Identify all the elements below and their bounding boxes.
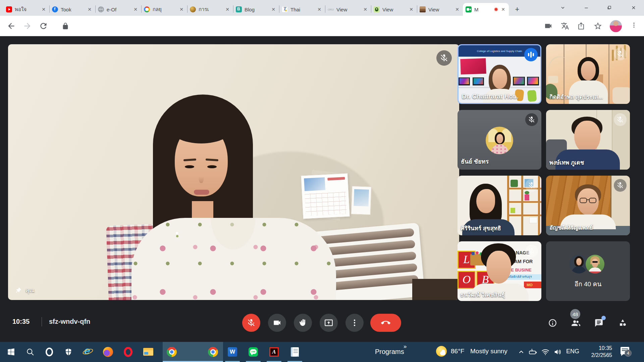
participants-button[interactable] bbox=[571, 318, 580, 327]
taskbar-search-button[interactable] bbox=[20, 342, 40, 362]
start-button[interactable] bbox=[1, 342, 21, 362]
mic-toggle-button[interactable] bbox=[242, 314, 260, 332]
internet-explorer-button[interactable]: e bbox=[78, 342, 98, 362]
participant-tile-sirarin[interactable]: ศิริรินทร์ สุขสุทธิ bbox=[458, 176, 541, 235]
tab-youtube[interactable]: พอใจ ✕ bbox=[3, 3, 49, 16]
monitor-screen bbox=[474, 78, 483, 84]
raise-hand-button[interactable] bbox=[294, 314, 312, 332]
cortana-icon bbox=[46, 348, 53, 356]
meeting-code: sfz-wndv-qfn bbox=[49, 318, 90, 325]
avatar-body bbox=[588, 267, 602, 274]
line-button[interactable]: LINE bbox=[244, 342, 263, 362]
tray-clock[interactable]: 10:35 2/2/2565 bbox=[582, 345, 612, 359]
tab-close-icon[interactable]: ✕ bbox=[408, 7, 414, 12]
participant-face bbox=[574, 121, 600, 153]
shelf bbox=[507, 201, 541, 203]
end-call-button[interactable] bbox=[370, 314, 401, 332]
camera-in-use-icon[interactable] bbox=[544, 22, 552, 30]
eyebrow bbox=[183, 159, 196, 162]
share-icon[interactable] bbox=[577, 22, 585, 30]
tab-green-view[interactable]: View ✕ bbox=[371, 3, 417, 16]
tab-gold[interactable]: การเ ✕ bbox=[187, 3, 233, 16]
participant-tile-thanawat[interactable]: L O B MANAGE GRAM FOR NE BUSINE โลจิสติก… bbox=[458, 241, 541, 301]
tab-close-icon[interactable]: ✕ bbox=[41, 7, 47, 12]
tab-close-icon[interactable]: ✕ bbox=[270, 7, 276, 12]
browser-tab-strip: พอใจ ✕ Took ✕ e-Of ✕ กลยุ ✕ การเ ✕ Blog … bbox=[0, 0, 644, 16]
reload-button[interactable] bbox=[39, 21, 48, 31]
tray-expand-icon[interactable] bbox=[518, 348, 525, 356]
participant-tile-than[interactable]: ธันย์ ชัยทร bbox=[458, 110, 541, 170]
camera-toggle-button[interactable] bbox=[268, 314, 286, 332]
activities-button[interactable] bbox=[618, 318, 627, 327]
bookmark-star-icon[interactable] bbox=[594, 22, 602, 30]
tab-search-chevron-icon[interactable] bbox=[555, 0, 571, 15]
weather-description[interactable]: Mostly sunny bbox=[470, 348, 507, 355]
window-restore-button[interactable] bbox=[602, 0, 617, 15]
tab-blogger[interactable]: Blog ✕ bbox=[233, 3, 279, 16]
tab-cbsj-view[interactable]: CBSJ View ✕ bbox=[325, 3, 371, 16]
tab-close-icon[interactable]: ✕ bbox=[362, 7, 368, 12]
participant-tile-anchalee[interactable]: อัญชลี หิรัญแพทย์ bbox=[546, 176, 630, 235]
opera-button[interactable] bbox=[118, 342, 138, 362]
tab-close-icon[interactable]: ✕ bbox=[178, 7, 184, 12]
participant-tile-chattrarat[interactable]: College of Logistics and Supply Chain Dr… bbox=[458, 44, 541, 104]
weather-temperature[interactable]: 86°F bbox=[451, 348, 464, 355]
desk-calendar bbox=[301, 173, 350, 219]
self-hairline bbox=[168, 109, 234, 143]
tab-title: พอใจ bbox=[15, 5, 41, 13]
chrome-taskbar-group-active[interactable] bbox=[163, 342, 223, 362]
profile-avatar[interactable] bbox=[610, 20, 622, 32]
mic-off-icon bbox=[528, 247, 535, 255]
firefox-button[interactable] bbox=[98, 342, 118, 362]
programs-toolbar-label[interactable]: Programs bbox=[375, 348, 404, 356]
translate-icon[interactable] bbox=[561, 22, 569, 30]
pink-pot bbox=[525, 194, 529, 200]
file-explorer-button[interactable] bbox=[139, 342, 158, 362]
window-close-button[interactable] bbox=[626, 0, 641, 15]
tab-facebook[interactable]: Took ✕ bbox=[49, 3, 95, 16]
back-button[interactable] bbox=[7, 21, 16, 31]
tab-e-office[interactable]: e-Of ✕ bbox=[95, 3, 141, 16]
tab-google-meet-active[interactable]: M ✕ bbox=[463, 3, 509, 16]
tab-google-search[interactable]: กลยุ ✕ bbox=[141, 3, 187, 16]
shelf-bar bbox=[521, 176, 523, 235]
tab-thai[interactable]: Thai ✕ bbox=[279, 3, 325, 16]
overflow-tile[interactable]: อีก 40 คน bbox=[546, 241, 630, 301]
participant-tile-pongthep[interactable]: พงษ์เทพ ภูเดช bbox=[546, 110, 630, 170]
more-options-button[interactable] bbox=[345, 314, 364, 332]
meeting-details-button[interactable] bbox=[548, 318, 557, 327]
notepad-button[interactable] bbox=[285, 342, 305, 362]
input-language[interactable]: ENG bbox=[566, 348, 579, 355]
tab-close-icon[interactable]: ✕ bbox=[500, 7, 506, 12]
cortana-button[interactable] bbox=[40, 342, 59, 362]
participant-name: อัญชลี หิรัญแพทย์ bbox=[549, 223, 593, 232]
window-minimize-button[interactable] bbox=[579, 0, 594, 15]
chat-button[interactable] bbox=[594, 318, 603, 327]
monitor-screen bbox=[460, 78, 469, 84]
tab-photo-view[interactable]: View ✕ bbox=[417, 3, 463, 16]
participant-tile-kittiampol[interactable]: กิตติอำพล สุดประเส... bbox=[546, 44, 630, 104]
action-center-button[interactable]: 4 bbox=[621, 347, 630, 356]
mic-off-icon bbox=[247, 318, 256, 327]
tab-close-icon[interactable]: ✕ bbox=[132, 7, 139, 12]
new-tab-button[interactable]: + bbox=[513, 5, 522, 14]
tab-close-icon[interactable]: ✕ bbox=[316, 7, 322, 12]
tab-close-icon[interactable]: ✕ bbox=[87, 7, 93, 12]
programs-expand-chevron[interactable]: » bbox=[404, 343, 407, 350]
overflow-count: อีก 40 คน bbox=[546, 279, 630, 289]
battery-icon[interactable] bbox=[529, 348, 537, 356]
wifi-icon[interactable] bbox=[541, 348, 550, 356]
tab-close-icon[interactable]: ✕ bbox=[224, 7, 230, 12]
browser-menu-icon[interactable] bbox=[631, 22, 637, 30]
weather-icon[interactable] bbox=[435, 345, 449, 359]
forward-button[interactable] bbox=[23, 21, 32, 31]
word-button[interactable]: W bbox=[223, 342, 242, 362]
defender-button[interactable] bbox=[59, 342, 78, 362]
volume-icon[interactable] bbox=[553, 348, 562, 356]
lock-icon[interactable] bbox=[62, 22, 69, 30]
present-button[interactable] bbox=[320, 314, 338, 332]
participant-face bbox=[581, 61, 596, 80]
acrobat-button[interactable]: A bbox=[264, 342, 284, 362]
mic-off-icon bbox=[616, 50, 624, 58]
tab-close-icon[interactable]: ✕ bbox=[454, 7, 460, 12]
